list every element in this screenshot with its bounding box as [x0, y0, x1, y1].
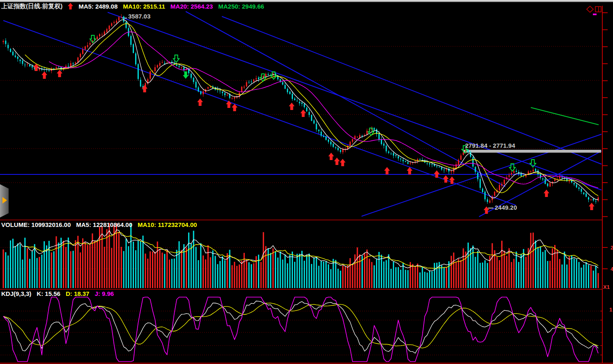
magenta-marker [593, 14, 597, 15]
chart-canvas[interactable] [0, 0, 613, 364]
low-price-label: 2449.20 [495, 204, 517, 211]
peak-price-label: 3587.03 [128, 13, 150, 20]
kdj-name: KDJ(9,3,3) [1, 290, 31, 297]
volume-ma10-value: MA10: 117232704.00 [138, 221, 197, 228]
window-panes-icon[interactable] [595, 6, 601, 12]
stock-chart-app: 上证指数(日线.前复权) MA5: 2489.08 MA10: 2515.11 … [0, 0, 613, 364]
kdj-k-value: K: 15.56 [37, 290, 60, 297]
ma5-value: MA5: 2489.08 [78, 3, 118, 10]
volume-ma5-value: MA5: 122810864.00 [76, 221, 132, 228]
kdj-header: KDJ(9,3,3) K: 15.56 D: 18.37 J: 9.96 [1, 290, 114, 297]
expand-arrow-icon [2, 197, 7, 204]
volume-value: VOLUME: 109932016.00 [1, 221, 71, 228]
kdj-d-value: D: 18.37 [66, 290, 90, 297]
volume-header: VOLUME: 109932016.00 MA5: 122810864.00 M… [1, 221, 197, 228]
window-top-edge [0, 0, 613, 2]
ma20-value: MA20: 2564.23 [171, 3, 213, 10]
diamond-icon[interactable] [586, 6, 594, 13]
volume-unit-label: X1 [603, 284, 610, 290]
ma10-value: MA10: 2515.11 [123, 3, 165, 10]
volume-axis-digit-1: 2 [611, 245, 613, 251]
kdj-j-value: J: 9.96 [94, 290, 114, 297]
volume-axis-digit-2: 4 [611, 266, 613, 272]
symbol-title: 上证指数(日线.前复权) [1, 2, 62, 10]
sidebar-expand-tab[interactable] [0, 184, 9, 217]
resistance-range-label: 2791.84 - 2771.94 [465, 142, 515, 149]
main-chart-header: 上证指数(日线.前复权) MA5: 2489.08 MA10: 2515.11 … [1, 2, 264, 10]
ma250-value: MA250: 2949.66 [218, 3, 264, 10]
up-arrow-icon [68, 3, 73, 10]
kdj-axis-digit: 1 [609, 307, 612, 313]
